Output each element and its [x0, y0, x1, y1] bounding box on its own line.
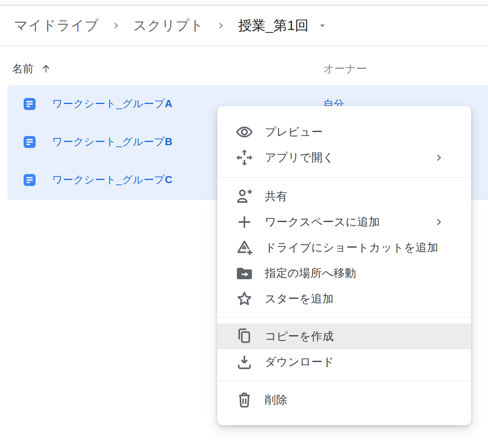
breadcrumb-scripts[interactable]: スクリプト	[133, 16, 204, 35]
menu-item-move-to[interactable]: 指定の場所へ移動	[217, 260, 471, 286]
open-with-icon	[235, 148, 254, 167]
menu-item-make-copy[interactable]: コピーを作成	[217, 324, 471, 349]
breadcrumb: マイドライブ スクリプト 授業_第1回	[14, 11, 328, 40]
list-header: 名前 オーナー	[0, 60, 488, 78]
menu-item-share[interactable]: 共有	[217, 184, 471, 209]
context-menu: プレビュー アプリで開く 共有 ワークスペースに追加	[217, 106, 471, 425]
star-icon	[235, 290, 254, 308]
name-column-label: 名前	[12, 62, 34, 76]
sort-ascending-icon	[40, 63, 52, 75]
chevron-right-icon	[216, 20, 226, 31]
breadcrumb-divider	[0, 46, 488, 46]
trash-icon	[235, 391, 254, 409]
download-icon	[235, 353, 254, 371]
menu-divider	[217, 317, 471, 318]
chevron-right-icon	[433, 216, 445, 228]
owner-column-label: オーナー	[323, 62, 367, 76]
column-header-owner[interactable]: オーナー	[323, 60, 367, 78]
file-name: ワークシート_グループA	[52, 97, 172, 111]
person-add-icon	[235, 187, 254, 206]
eye-icon	[235, 123, 254, 141]
current-folder-label: 授業_第1回	[238, 16, 309, 35]
menu-divider	[217, 381, 471, 381]
menu-item-add-to-workspace[interactable]: ワークスペースに追加	[217, 209, 471, 235]
chevron-right-icon	[433, 152, 445, 164]
breadcrumb-my-drive[interactable]: マイドライブ	[14, 16, 99, 35]
menu-divider	[217, 177, 471, 178]
plus-icon	[235, 213, 254, 231]
google-doc-icon	[23, 136, 36, 148]
top-divider	[0, 5, 488, 6]
menu-item-delete[interactable]: 削除	[217, 387, 471, 413]
column-header-name[interactable]: 名前	[12, 60, 52, 78]
menu-item-add-shortcut-to-drive[interactable]: ドライブにショートカットを追加	[217, 235, 471, 260]
menu-item-open-with-app[interactable]: アプリで開く	[217, 145, 471, 170]
google-doc-icon	[23, 98, 36, 110]
menu-item-download[interactable]: ダウンロード	[217, 349, 471, 375]
google-doc-icon	[23, 174, 36, 186]
dropdown-caret-icon[interactable]	[317, 20, 328, 31]
folder-move-icon	[235, 264, 254, 282]
copy-icon	[235, 327, 254, 346]
file-name: ワークシート_グループB	[52, 135, 172, 149]
chevron-right-icon	[111, 20, 121, 31]
breadcrumb-current-folder[interactable]: 授業_第1回	[238, 16, 328, 35]
file-name: ワークシート_グループC	[52, 173, 172, 187]
menu-item-preview[interactable]: プレビュー	[217, 119, 471, 145]
menu-item-add-star[interactable]: スターを追加	[217, 286, 471, 312]
add-to-drive-icon	[235, 238, 254, 257]
